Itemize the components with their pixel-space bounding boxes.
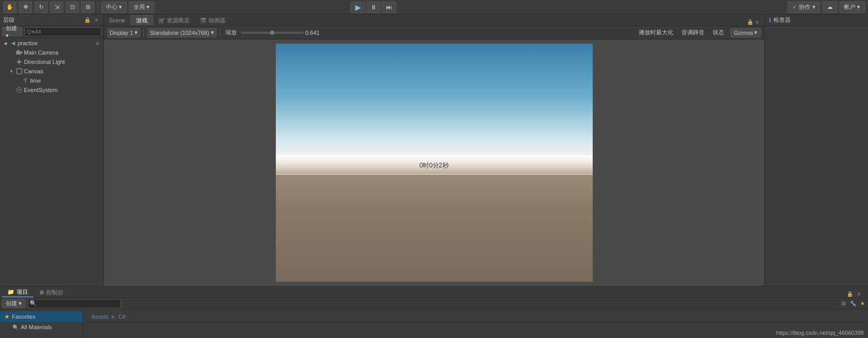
scale-slider[interactable] xyxy=(241,32,303,34)
hierarchy-lock-icon[interactable]: 🔒 xyxy=(84,17,91,24)
resolution-select[interactable]: Standalone (1024x768) ▾ xyxy=(147,28,216,37)
scale-value: 0.641 xyxy=(305,30,324,36)
top-toolbar: ✋ ✥ ↻ ⇲ ⊡ ⊞ 中心 ▾ 全局 ▾ ▶ ⏸ ⏭ ✓ 协作 ▾ ☁ xyxy=(0,0,868,15)
breadcrumb-sep: ► xyxy=(111,314,116,320)
gizmos-btn[interactable]: Gizmos ▾ xyxy=(730,28,761,37)
project-star-icon[interactable]: ★ xyxy=(859,300,866,307)
bottom-create-label: 创建 ▾ xyxy=(6,300,22,307)
move-tool-btn[interactable]: ✥ xyxy=(19,2,32,13)
tab-game[interactable]: 游戏 xyxy=(130,15,153,25)
hierarchy-item-main-camera[interactable]: Main Camera xyxy=(0,48,103,57)
favorites-label: Favorites xyxy=(12,314,35,320)
light-icon xyxy=(16,58,23,66)
hierarchy-content: ◀ ◀ practise ≡ Main Camera xyxy=(0,37,103,286)
tabs-bar: Scene 游戏 🛒 资源商店 🎬 动画器 🔒 ≡ xyxy=(104,15,764,26)
game-canvas-area: 0时0分2秒 xyxy=(104,40,764,286)
account-btn[interactable]: 帐户 ▾ xyxy=(839,2,865,13)
center-dropdown-icon: ▾ xyxy=(119,4,122,10)
directional-light-label: Directional Light xyxy=(24,59,65,65)
bottom-create-btn[interactable]: 创建 ▾ xyxy=(2,299,25,308)
practise-icon: ◀ xyxy=(9,40,17,47)
pivot-global-btn[interactable]: 全局 ▾ xyxy=(129,2,154,13)
project-all-materials-item[interactable]: 🔍 All Materials xyxy=(0,322,83,332)
console-tab-label: 控制台 xyxy=(46,289,63,296)
game-toolbar-right: 播放时最大化 音调静音 状态 Gizmos ▾ xyxy=(637,28,761,37)
canvas-label: Canvas xyxy=(24,68,43,74)
rotate-tool-btn[interactable]: ↻ xyxy=(34,2,48,13)
bottom-lock-icon[interactable]: 🔒 xyxy=(846,290,853,297)
pivot-center-btn[interactable]: 中心 ▾ xyxy=(101,2,127,13)
account-dropdown-icon: ▾ xyxy=(857,4,860,10)
cloud-btn[interactable]: ☁ xyxy=(822,2,837,13)
collab-btn[interactable]: ✓ 协作 ▾ xyxy=(787,2,820,13)
project-filter-icon[interactable]: 🔧 xyxy=(849,300,857,307)
event-system-label: EventSystem xyxy=(24,87,58,93)
project-search-input[interactable] xyxy=(28,299,121,308)
center-label: 中心 xyxy=(106,3,117,11)
toolbar-div-1 xyxy=(143,29,144,37)
rect-tool-btn[interactable]: ⊡ xyxy=(65,2,79,13)
camera-icon xyxy=(16,49,23,56)
mute-btn[interactable]: 音调静音 xyxy=(679,29,706,36)
hierarchy-search-input[interactable] xyxy=(24,27,101,36)
hierarchy-menu-icon[interactable]: ≡ xyxy=(93,17,100,24)
checkmark-icon: ✓ xyxy=(792,4,797,10)
bottom-menu-icon[interactable]: ≡ xyxy=(856,290,863,297)
display-select[interactable]: Display 1 ▾ xyxy=(107,28,140,37)
hierarchy-item-directional-light[interactable]: Directional Light xyxy=(0,57,103,67)
hand-tool-btn[interactable]: ✋ xyxy=(3,2,17,13)
no-expand-camera xyxy=(8,49,15,56)
bottom-tab-console[interactable]: 🖥 控制台 xyxy=(33,287,69,297)
bottom-tab-project[interactable]: 📁 项目 xyxy=(2,287,33,297)
asset-store-label: 资源商店 xyxy=(167,17,190,24)
watermark: https://blog.csdn.net/qq_46060398 xyxy=(776,330,864,336)
tab-scene[interactable]: Scene xyxy=(104,15,130,25)
hierarchy-item-time[interactable]: T time xyxy=(0,76,103,85)
resolution-label: Standalone (1024x768) xyxy=(150,30,209,36)
global-label: 全局 xyxy=(133,3,145,11)
scale-thumb xyxy=(270,31,274,35)
assets-breadcrumb[interactable]: Assets xyxy=(91,314,109,320)
maximize-btn[interactable]: 播放时最大化 xyxy=(637,29,675,36)
project-main-area: Assets ► C# xyxy=(83,309,868,338)
content-area: 层级 🔒 ≡ 创建 ▾ ◀ ◀ practise ≡ xyxy=(0,15,868,286)
tab-asset-store[interactable]: 🛒 资源商店 xyxy=(153,15,195,25)
collab-label: 协作 xyxy=(799,3,810,11)
csharp-breadcrumb[interactable]: C# xyxy=(118,314,126,320)
game-panel-lock-icon[interactable]: 🔒 xyxy=(746,18,754,25)
game-panel-menu-icon[interactable]: ≡ xyxy=(754,18,761,25)
hierarchy-item-canvas[interactable]: ▼ Canvas xyxy=(0,67,103,76)
hierarchy-item-practise[interactable]: ◀ ◀ practise ≡ xyxy=(0,38,103,48)
stats-btn[interactable]: 状态 xyxy=(711,29,726,36)
project-sort-icon[interactable]: ⊞ xyxy=(840,300,847,307)
no-expand-event xyxy=(8,87,15,93)
ground xyxy=(276,175,593,282)
play-btn[interactable]: ▶ xyxy=(351,2,365,13)
hierarchy-toolbar: 创建 ▾ xyxy=(0,26,103,37)
scale-label: 缩放 xyxy=(223,29,239,36)
right-toolbar: ✓ 协作 ▾ ☁ 帐户 ▾ xyxy=(787,2,865,13)
svg-rect-0 xyxy=(16,51,21,55)
step-btn[interactable]: ⏭ xyxy=(382,2,396,13)
all-materials-label: All Materials xyxy=(21,324,52,330)
gizmos-dropdown-icon: ▾ xyxy=(754,29,757,36)
transform-tool-btn[interactable]: ⊞ xyxy=(81,2,95,13)
play-controls: ▶ ⏸ ⏭ xyxy=(351,2,396,13)
tab-animator[interactable]: 🎬 动画器 xyxy=(195,15,231,25)
project-favorites-item[interactable]: ★ Favorites xyxy=(0,311,83,322)
expand-arrow-practise: ◀ xyxy=(2,40,8,46)
animator-label: 动画器 xyxy=(208,17,225,24)
all-materials-icon: 🔍 xyxy=(12,324,19,330)
scale-tool-btn[interactable]: ⇲ xyxy=(50,2,63,13)
toolbar-div-2 xyxy=(220,29,220,37)
practise-menu-icon[interactable]: ≡ xyxy=(94,40,101,47)
hierarchy-create-btn[interactable]: 创建 ▾ xyxy=(2,27,22,36)
bottom-toolbar: 创建 ▾ 🔍 ⊞ 🔧 ★ xyxy=(0,298,868,309)
gizmos-label: Gizmos xyxy=(734,30,753,36)
hierarchy-item-event-system[interactable]: EventSystem xyxy=(0,85,103,95)
animator-icon: 🎬 xyxy=(200,18,206,23)
display-label: Display 1 xyxy=(110,30,133,36)
resolution-dropdown-icon: ▾ xyxy=(211,29,214,36)
pause-btn[interactable]: ⏸ xyxy=(366,2,381,13)
bottom-tabs-bar: 📁 项目 🖥 控制台 🔒 ≡ xyxy=(0,287,868,298)
